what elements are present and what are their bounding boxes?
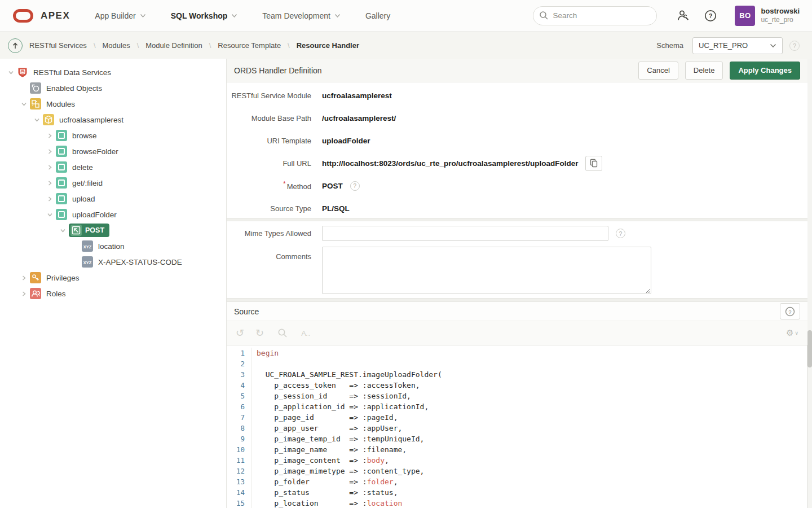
source-code-editor[interactable]: 1begin23 UC_FROALA_SAMPLE_REST.imageUplo… xyxy=(227,345,807,508)
code-editor-toolbar: ↺ ↻ A‥ ⚙ ∨ xyxy=(227,321,807,345)
template-icon xyxy=(56,193,67,204)
help-icon[interactable]: ? xyxy=(702,7,719,24)
source-help-button[interactable]: ? xyxy=(780,303,800,319)
page-scrollbar[interactable] xyxy=(807,330,812,367)
line-number: 1 xyxy=(227,348,251,358)
schema-select[interactable]: UC_RTE_PRO xyxy=(692,37,783,54)
tree-node-ucfroalasamplerest[interactable]: ucfroalasamplerest xyxy=(0,112,226,128)
handler-definition-form: RESTful Service Moduleucfroalasamplerest… xyxy=(227,82,807,218)
comments-textarea[interactable] xyxy=(322,247,651,294)
tree-expander-right-icon[interactable] xyxy=(43,148,56,155)
find-icon[interactable] xyxy=(277,328,288,338)
tree-node-uploadfolder[interactable]: uploadFolder xyxy=(0,207,226,222)
ords-handler-panel: ORDS Handler Definition Cancel Delete Ap… xyxy=(227,59,807,508)
nav-item-label: SQL Workshop xyxy=(171,11,228,20)
mime-types-help-icon[interactable]: ? xyxy=(616,229,625,238)
user-name: bostrowski xyxy=(761,7,800,16)
mime-types-input[interactable] xyxy=(322,226,608,241)
tree-node-location[interactable]: XYZlocation xyxy=(0,238,226,254)
tree-expander-right-icon[interactable] xyxy=(43,180,56,186)
apply-changes-button[interactable]: Apply Changes xyxy=(730,62,800,80)
font-size-icon[interactable]: A‥ xyxy=(301,330,310,337)
search-input[interactable] xyxy=(533,6,657,25)
field-value: uploadFolder xyxy=(322,137,370,145)
code-text: p_application_id => :applicationId, xyxy=(251,401,807,412)
nav-item-app-builder[interactable]: App Builder xyxy=(85,0,156,32)
copy-url-button[interactable] xyxy=(585,156,602,171)
tree-expander-right-icon[interactable] xyxy=(43,133,56,139)
privileges-icon xyxy=(30,272,41,283)
redo-icon[interactable]: ↻ xyxy=(255,328,264,338)
user-workspace: uc_rte_pro xyxy=(761,16,800,24)
field-help-icon[interactable]: ? xyxy=(350,181,360,191)
code-text: p_image_mimetype => :content_type, xyxy=(251,466,807,476)
tree-node-privileges[interactable]: Privileges xyxy=(0,270,226,286)
field-label: Module Base Path xyxy=(227,114,311,122)
line-number: 4 xyxy=(227,380,251,391)
brand-text: APEX xyxy=(41,10,70,21)
nav-item-sql-workshop[interactable]: SQL Workshop xyxy=(161,0,248,32)
nav-item-team-development[interactable]: Team Development xyxy=(252,0,351,32)
code-text: p_status => :status, xyxy=(251,487,807,498)
tree-expander-down-icon[interactable] xyxy=(43,212,56,218)
code-line: 10 p_image_name => :filename, xyxy=(227,444,807,455)
tree-node-browse[interactable]: browse xyxy=(0,128,226,143)
line-number: 3 xyxy=(227,369,251,380)
top-header: APEX App BuilderSQL WorkshopTeam Develop… xyxy=(0,0,812,32)
tree-node-browsefolder[interactable]: browseFolder xyxy=(0,143,226,159)
template-icon xyxy=(56,146,67,157)
tree-expander-down-icon[interactable] xyxy=(5,69,17,76)
page-scrollbar-track xyxy=(807,59,812,508)
enabled-objects-icon xyxy=(30,82,41,94)
tree-node-get-fileid[interactable]: get/:fileid xyxy=(0,175,226,191)
user-avatar[interactable]: BO xyxy=(735,6,755,26)
tree-expander-right-icon[interactable] xyxy=(43,196,56,202)
code-line: 15 p_location => :location xyxy=(227,498,807,508)
tree-node-upload[interactable]: upload xyxy=(0,191,226,207)
field-label: Full URL xyxy=(227,159,311,168)
editor-settings-menu[interactable]: ⚙ ∨ xyxy=(786,328,798,338)
tree-node-restful-data-services[interactable]: RESTful Data Services xyxy=(0,64,226,80)
tree-node-modules[interactable]: Modules xyxy=(0,96,226,112)
delete-button[interactable]: Delete xyxy=(685,62,723,80)
tree-expander-down-icon[interactable] xyxy=(30,117,43,123)
tree-expander-right-icon[interactable] xyxy=(43,164,56,170)
chevron-down-icon xyxy=(231,14,237,18)
chevron-down-icon xyxy=(770,43,776,48)
tree-node-post[interactable]: POST xyxy=(0,222,226,238)
nav-item-gallery[interactable]: Gallery xyxy=(355,0,400,32)
tree-node-x-apex-status-code[interactable]: XYZX-APEX-STATUS-CODE xyxy=(0,254,226,270)
up-level-button[interactable] xyxy=(8,38,23,53)
breadcrumb-item[interactable]: Modules xyxy=(103,41,130,50)
undo-icon[interactable]: ↺ xyxy=(236,328,244,338)
tree-expander-right-icon[interactable] xyxy=(17,291,30,297)
code-text: p_image_name => :filename, xyxy=(251,444,807,455)
apex-logo[interactable]: APEX xyxy=(0,8,85,24)
tree-node-enabled-objects[interactable]: Enabled Objects xyxy=(0,80,226,96)
code-text: p_access_token => :accessToken, xyxy=(251,380,807,391)
cancel-button[interactable]: Cancel xyxy=(638,62,678,80)
tree-node-roles[interactable]: Roles xyxy=(0,286,226,301)
breadcrumb-item[interactable]: Resource Template xyxy=(218,41,281,50)
code-line: 14 p_status => :status, xyxy=(227,487,807,498)
parameter-xyz-icon: XYZ xyxy=(82,256,93,268)
code-text: p_folder => :folder, xyxy=(251,476,807,487)
tree-expander-down-icon[interactable] xyxy=(56,227,69,234)
line-number: 11 xyxy=(227,455,251,466)
breadcrumb-item[interactable]: Module Definition xyxy=(145,41,202,50)
required-indicator: * xyxy=(283,180,286,188)
tree-expander-down-icon[interactable] xyxy=(17,101,30,107)
schema-label: Schema xyxy=(656,41,683,50)
code-text xyxy=(251,358,807,369)
tree-node-delete[interactable]: delete xyxy=(0,159,226,175)
schema-select-value: UC_RTE_PRO xyxy=(699,41,748,50)
breadcrumb-item[interactable]: RESTful Services xyxy=(29,41,87,50)
form-row: Source TypePL/SQL xyxy=(227,197,807,220)
schema-help-icon[interactable]: ? xyxy=(789,41,800,51)
code-line: 7 p_page_id => :pageId, xyxy=(227,412,807,423)
code-line: 4 p_access_token => :accessToken, xyxy=(227,380,807,391)
user-meta: bostrowski uc_rte_pro xyxy=(761,7,800,24)
tree-expander-right-icon[interactable] xyxy=(17,275,30,281)
admin-tools-icon[interactable] xyxy=(675,7,692,24)
oracle-logo-icon xyxy=(12,8,34,24)
